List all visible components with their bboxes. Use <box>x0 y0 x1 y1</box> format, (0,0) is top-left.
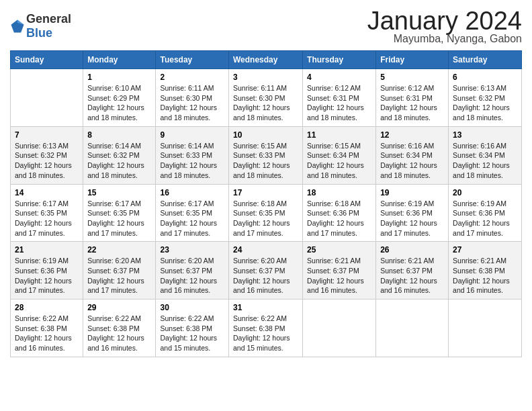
calendar-day-cell: 30Sunrise: 6:22 AM Sunset: 6:38 PM Dayli… <box>156 300 229 357</box>
day-number: 21 <box>15 245 79 255</box>
calendar-day-cell: 5Sunrise: 6:12 AM Sunset: 6:31 PM Daylig… <box>376 69 449 127</box>
calendar-day-cell: 28Sunrise: 6:22 AM Sunset: 6:38 PM Dayli… <box>11 300 83 357</box>
day-info: Sunrise: 6:14 AM Sunset: 6:32 PM Dayligh… <box>87 141 151 181</box>
day-number: 6 <box>453 73 517 82</box>
day-info: Sunrise: 6:22 AM Sunset: 6:38 PM Dayligh… <box>160 314 224 353</box>
day-info: Sunrise: 6:16 AM Sunset: 6:34 PM Dayligh… <box>453 141 517 181</box>
day-number: 27 <box>453 245 517 255</box>
day-number: 16 <box>160 188 224 197</box>
day-info: Sunrise: 6:21 AM Sunset: 6:38 PM Dayligh… <box>453 256 517 295</box>
day-number: 7 <box>15 130 79 140</box>
calendar-day-cell <box>376 300 449 357</box>
day-info: Sunrise: 6:12 AM Sunset: 6:31 PM Dayligh… <box>307 83 371 123</box>
day-number: 10 <box>233 130 298 140</box>
day-number: 18 <box>307 188 371 197</box>
calendar-day-cell: 9Sunrise: 6:14 AM Sunset: 6:33 PM Daylig… <box>156 126 229 184</box>
day-info: Sunrise: 6:16 AM Sunset: 6:34 PM Dayligh… <box>380 141 444 181</box>
calendar-day-cell <box>303 300 376 357</box>
calendar-day-cell: 26Sunrise: 6:21 AM Sunset: 6:37 PM Dayli… <box>376 242 449 300</box>
day-info: Sunrise: 6:13 AM Sunset: 6:32 PM Dayligh… <box>453 83 517 123</box>
day-info: Sunrise: 6:22 AM Sunset: 6:38 PM Dayligh… <box>87 314 151 353</box>
day-number: 24 <box>233 245 298 255</box>
day-number: 5 <box>380 73 444 82</box>
day-number: 20 <box>453 188 517 197</box>
calendar-day-cell: 29Sunrise: 6:22 AM Sunset: 6:38 PM Dayli… <box>83 300 156 357</box>
day-info: Sunrise: 6:14 AM Sunset: 6:33 PM Dayligh… <box>160 141 224 181</box>
title-area: January 2024 Mayumba, Nyanga, Gabon <box>367 7 522 45</box>
calendar-day-cell: 27Sunrise: 6:21 AM Sunset: 6:38 PM Dayli… <box>449 242 522 300</box>
day-number: 14 <box>15 188 79 197</box>
logo-icon <box>10 19 25 34</box>
day-info: Sunrise: 6:17 AM Sunset: 6:35 PM Dayligh… <box>160 199 224 238</box>
calendar-day-cell: 19Sunrise: 6:19 AM Sunset: 6:36 PM Dayli… <box>376 184 449 242</box>
day-number: 11 <box>307 130 371 140</box>
weekday-header: Monday <box>83 51 156 69</box>
day-number: 31 <box>233 303 298 312</box>
day-info: Sunrise: 6:19 AM Sunset: 6:36 PM Dayligh… <box>453 199 517 238</box>
calendar-day-cell <box>11 69 83 127</box>
day-number: 3 <box>233 73 298 82</box>
day-info: Sunrise: 6:20 AM Sunset: 6:37 PM Dayligh… <box>233 256 298 295</box>
calendar-day-cell: 13Sunrise: 6:16 AM Sunset: 6:34 PM Dayli… <box>449 126 522 184</box>
calendar-day-cell: 20Sunrise: 6:19 AM Sunset: 6:36 PM Dayli… <box>449 184 522 242</box>
day-number: 25 <box>307 245 371 255</box>
calendar-week-row: 21Sunrise: 6:19 AM Sunset: 6:36 PM Dayli… <box>11 242 522 300</box>
calendar-day-cell: 22Sunrise: 6:20 AM Sunset: 6:37 PM Dayli… <box>83 242 156 300</box>
calendar-week-row: 28Sunrise: 6:22 AM Sunset: 6:38 PM Dayli… <box>11 300 522 357</box>
calendar-day-cell: 18Sunrise: 6:18 AM Sunset: 6:36 PM Dayli… <box>303 184 376 242</box>
day-info: Sunrise: 6:15 AM Sunset: 6:34 PM Dayligh… <box>307 141 371 181</box>
calendar-day-cell: 23Sunrise: 6:20 AM Sunset: 6:37 PM Dayli… <box>156 242 229 300</box>
day-number: 30 <box>160 303 224 312</box>
logo-general: General <box>26 12 71 26</box>
day-number: 19 <box>380 188 444 197</box>
calendar-day-cell: 8Sunrise: 6:14 AM Sunset: 6:32 PM Daylig… <box>83 126 156 184</box>
header-row: SundayMondayTuesdayWednesdayThursdayFrid… <box>11 51 522 69</box>
day-number: 28 <box>15 303 79 312</box>
weekday-header: Wednesday <box>228 51 302 69</box>
day-info: Sunrise: 6:11 AM Sunset: 6:30 PM Dayligh… <box>233 83 298 123</box>
calendar-day-cell: 14Sunrise: 6:17 AM Sunset: 6:35 PM Dayli… <box>11 184 83 242</box>
day-number: 4 <box>307 73 371 82</box>
calendar-day-cell: 17Sunrise: 6:18 AM Sunset: 6:35 PM Dayli… <box>228 184 302 242</box>
day-number: 12 <box>380 130 444 140</box>
calendar-table: SundayMondayTuesdayWednesdayThursdayFrid… <box>10 50 522 357</box>
calendar-day-cell: 21Sunrise: 6:19 AM Sunset: 6:36 PM Dayli… <box>11 242 83 300</box>
day-number: 29 <box>87 303 151 312</box>
calendar-week-row: 7Sunrise: 6:13 AM Sunset: 6:32 PM Daylig… <box>11 126 522 184</box>
header: General Blue January 2024 Mayumba, Nyang… <box>10 7 522 45</box>
calendar-day-cell: 15Sunrise: 6:17 AM Sunset: 6:35 PM Dayli… <box>83 184 156 242</box>
weekday-header: Saturday <box>449 51 522 69</box>
day-number: 9 <box>160 130 224 140</box>
day-number: 8 <box>87 130 151 140</box>
calendar-week-row: 1Sunrise: 6:10 AM Sunset: 6:29 PM Daylig… <box>11 69 522 127</box>
day-number: 15 <box>87 188 151 197</box>
day-info: Sunrise: 6:20 AM Sunset: 6:37 PM Dayligh… <box>160 256 224 295</box>
calendar-day-cell: 6Sunrise: 6:13 AM Sunset: 6:32 PM Daylig… <box>449 69 522 127</box>
day-number: 26 <box>380 245 444 255</box>
day-number: 17 <box>233 188 298 197</box>
day-info: Sunrise: 6:19 AM Sunset: 6:36 PM Dayligh… <box>380 199 444 238</box>
weekday-header: Thursday <box>303 51 376 69</box>
calendar-week-row: 14Sunrise: 6:17 AM Sunset: 6:35 PM Dayli… <box>11 184 522 242</box>
calendar-day-cell: 25Sunrise: 6:21 AM Sunset: 6:37 PM Dayli… <box>303 242 376 300</box>
day-info: Sunrise: 6:12 AM Sunset: 6:31 PM Dayligh… <box>380 83 444 123</box>
calendar-day-cell: 11Sunrise: 6:15 AM Sunset: 6:34 PM Dayli… <box>303 126 376 184</box>
calendar-day-cell: 16Sunrise: 6:17 AM Sunset: 6:35 PM Dayli… <box>156 184 229 242</box>
logo: General Blue <box>10 12 71 40</box>
weekday-header: Sunday <box>11 51 83 69</box>
calendar-day-cell: 1Sunrise: 6:10 AM Sunset: 6:29 PM Daylig… <box>83 69 156 127</box>
day-info: Sunrise: 6:15 AM Sunset: 6:33 PM Dayligh… <box>233 141 298 181</box>
logo-blue: Blue <box>26 26 52 40</box>
calendar-day-cell: 10Sunrise: 6:15 AM Sunset: 6:33 PM Dayli… <box>228 126 302 184</box>
logo-text: General Blue <box>26 12 71 40</box>
calendar-day-cell: 24Sunrise: 6:20 AM Sunset: 6:37 PM Dayli… <box>228 242 302 300</box>
day-number: 22 <box>87 245 151 255</box>
calendar-day-cell: 2Sunrise: 6:11 AM Sunset: 6:30 PM Daylig… <box>156 69 229 127</box>
day-info: Sunrise: 6:22 AM Sunset: 6:38 PM Dayligh… <box>15 314 79 353</box>
day-info: Sunrise: 6:11 AM Sunset: 6:30 PM Dayligh… <box>160 83 224 123</box>
weekday-header: Tuesday <box>156 51 229 69</box>
day-info: Sunrise: 6:19 AM Sunset: 6:36 PM Dayligh… <box>15 256 79 295</box>
day-number: 1 <box>87 73 151 82</box>
day-number: 2 <box>160 73 224 82</box>
day-info: Sunrise: 6:17 AM Sunset: 6:35 PM Dayligh… <box>15 199 79 238</box>
